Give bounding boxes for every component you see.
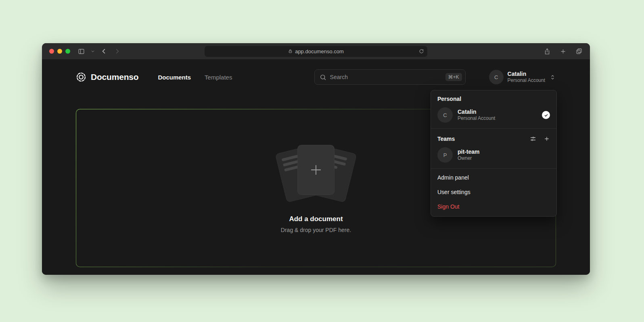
brand-name: Documenso <box>91 72 138 82</box>
new-tab-icon[interactable] <box>560 48 567 55</box>
teams-section-label: Teams <box>437 136 455 142</box>
personal-account-subtitle: Personal Account <box>458 115 495 122</box>
search-icon <box>320 74 326 81</box>
account-subtitle: Personal Account <box>508 77 545 84</box>
teams-section-header: Teams <box>431 130 556 145</box>
browser-chrome: app.documenso.com <box>42 43 590 59</box>
nav-documents[interactable]: Documents <box>158 74 191 81</box>
menu-item-admin-panel[interactable]: Admin panel <box>431 170 556 185</box>
brand[interactable]: Documenso <box>76 72 138 82</box>
document-card-add <box>297 145 335 195</box>
menu-item-user-settings[interactable]: User settings <box>431 185 556 199</box>
avatar: C <box>489 70 504 84</box>
team-settings-icon[interactable] <box>530 136 536 142</box>
personal-section-label: Personal <box>431 90 556 105</box>
sidebar-toggle-icon[interactable] <box>77 48 85 55</box>
account-menu-trigger[interactable]: C Catalin Personal Account <box>489 70 556 84</box>
share-icon[interactable] <box>544 48 551 55</box>
back-button[interactable] <box>100 48 108 55</box>
nav-templates[interactable]: Templates <box>205 74 232 81</box>
divider <box>431 168 556 169</box>
tab-overview-icon[interactable] <box>575 48 583 55</box>
team-option[interactable]: P pit-team Owner <box>431 145 556 167</box>
add-team-icon[interactable] <box>544 136 550 142</box>
forward-button[interactable] <box>113 48 121 55</box>
personal-account-option[interactable]: C Catalin Personal Account <box>431 105 556 128</box>
divider <box>431 128 556 129</box>
plus-icon <box>308 162 324 178</box>
search-shortcut-badge: ⌘+K <box>445 73 462 81</box>
documenso-logo-icon <box>76 72 86 82</box>
minimize-window-button[interactable] <box>57 49 62 54</box>
dropzone-title: Add a document <box>289 215 343 223</box>
check-circle-icon <box>542 111 550 119</box>
address-text: app.documenso.com <box>295 48 344 54</box>
chevron-up-down-icon <box>549 74 556 81</box>
avatar: C <box>437 107 453 123</box>
close-window-button[interactable] <box>49 49 54 54</box>
zoom-window-button[interactable] <box>65 49 70 54</box>
lock-icon <box>288 49 293 54</box>
browser-window: app.documenso.com Documenso <box>42 43 590 275</box>
avatar: P <box>437 147 453 163</box>
search-bar[interactable]: ⌘+K <box>314 69 466 85</box>
account-name: Catalin <box>508 71 545 78</box>
app-header: Documenso Documents Templates ⌘+K C Cata… <box>42 59 590 95</box>
main-nav: Documents Templates <box>158 74 232 81</box>
personal-account-name: Catalin <box>458 108 495 115</box>
dropzone-subtitle: Drag & drop your PDF here. <box>281 227 351 233</box>
team-role: Owner <box>458 155 479 162</box>
refresh-icon[interactable] <box>419 49 424 54</box>
documents-illustration <box>272 143 360 204</box>
page-content: Documenso Documents Templates ⌘+K C Cata… <box>42 59 590 275</box>
menu-item-sign-out[interactable]: Sign Out <box>431 199 556 214</box>
team-name: pit-team <box>458 148 479 155</box>
search-input[interactable] <box>330 74 442 80</box>
traffic-lights <box>49 49 70 54</box>
account-dropdown-menu: Personal C Catalin Personal Account Team… <box>431 90 557 217</box>
address-bar[interactable]: app.documenso.com <box>205 46 427 57</box>
chevron-down-icon[interactable] <box>91 49 95 53</box>
